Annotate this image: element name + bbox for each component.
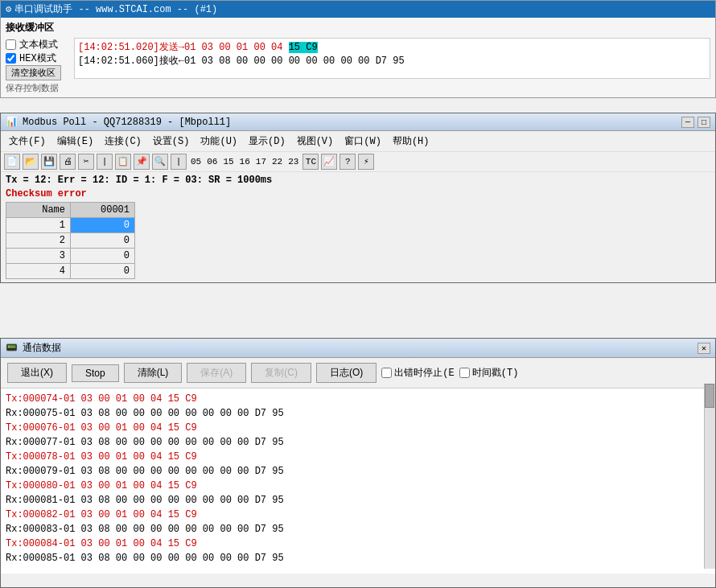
toolbar-label-06: 06: [205, 157, 219, 167]
scrollbar-thumb[interactable]: [705, 384, 714, 408]
serial-titlebar: ⚙ 串口调试助手 -- www.STCAI.com -- (#1): [1, 1, 715, 18]
toolbar-save[interactable]: 💾: [41, 154, 57, 170]
timestamp-label: 时间戳(T): [472, 366, 519, 380]
modbus-error: Checksum error: [1, 188, 715, 202]
toolbar-label-17: 17: [254, 157, 268, 167]
list-item: Tx:000080-01 03 00 01 00 04 15 C9: [6, 479, 710, 493]
error-stop-label: 出错时停止(E: [394, 366, 454, 380]
comm-titlebar-left: 📟 通信数据: [6, 341, 61, 355]
menu-edit[interactable]: 编辑(E): [52, 133, 99, 150]
serial-title-text: 串口调试助手 -- www.STCAI.com -- (#1): [14, 2, 217, 16]
row-4-index: 4: [6, 264, 71, 279]
clear-recv-button[interactable]: 清空接收区: [6, 65, 61, 80]
toolbar-chart[interactable]: 📈: [321, 154, 337, 170]
menu-window[interactable]: 窗口(W): [339, 133, 386, 150]
hex-mode-checkbox[interactable]: [6, 53, 16, 64]
table-header-00001: 00001: [71, 203, 135, 218]
minimize-button[interactable]: ─: [681, 117, 694, 128]
list-item: Rx:000077-01 03 08 00 00 00 00 00 00 00 …: [6, 435, 710, 450]
list-item: Rx:000075-01 03 08 00 00 00 00 00 00 00 …: [6, 406, 710, 421]
toolbar-open[interactable]: 📂: [23, 154, 39, 170]
error-stop-checkbox-row: 出错时停止(E: [381, 366, 454, 380]
list-item: Tx:000076-01 03 00 01 00 04 15 C9: [6, 421, 710, 435]
log-recv-text: [14:02:51.060]接收←01 03 08 00 00 00 00 00…: [78, 56, 405, 67]
toolbar-tc[interactable]: TC: [302, 154, 319, 170]
menu-file[interactable]: 文件(F): [4, 133, 51, 150]
serial-log: [14:02:51.020]发送→01 03 00 01 00 04 15 C9…: [74, 38, 710, 79]
menu-view[interactable]: 视图(V): [292, 133, 339, 150]
timestamp-checkbox-row: 时间戳(T): [459, 366, 519, 380]
row-1-value: 0: [71, 218, 135, 233]
modbus-toolbar: 📄 📂 💾 🖨 ✂ | 📋 📌 🔍 | 05 06 15 16 17 22 23…: [1, 152, 715, 172]
menu-display[interactable]: 显示(D): [244, 133, 290, 150]
modbus-title-icon: 📊: [6, 116, 18, 128]
row-1-index: 1: [6, 218, 71, 233]
toolbar-print[interactable]: 🖨: [60, 154, 76, 170]
text-mode-label: 文本模式: [19, 38, 58, 51]
toolbar-extra[interactable]: ⚡: [358, 154, 374, 170]
serial-title-icon: ⚙: [6, 3, 11, 15]
modbus-menubar: 文件(F) 编辑(E) 连接(C) 设置(S) 功能(U) 显示(D) 视图(V…: [1, 131, 715, 152]
modbus-titlebar-controls: ─ □: [681, 117, 710, 128]
row-3-value: 0: [71, 249, 135, 264]
modbus-title-text: Modbus Poll - QQ71288319 - [Mbpoll1]: [23, 117, 231, 128]
toolbar-cut[interactable]: ✂: [78, 154, 94, 170]
log-button[interactable]: 日志(O): [316, 363, 377, 383]
modbus-titlebar: 📊 Modbus Poll - QQ71288319 - [Mbpoll1] ─…: [1, 113, 715, 131]
table-row[interactable]: 4 0: [6, 264, 135, 279]
toolbar-label-23: 23: [286, 157, 300, 167]
maximize-button[interactable]: □: [697, 117, 710, 128]
menu-connect[interactable]: 连接(C): [100, 133, 146, 150]
toolbar-search[interactable]: 🔍: [152, 154, 168, 170]
serial-debug-window: ⚙ 串口调试助手 -- www.STCAI.com -- (#1) 接收缓冲区 …: [0, 0, 716, 98]
table-row[interactable]: 2 0: [6, 233, 135, 249]
toolbar-paste[interactable]: 📌: [134, 154, 150, 170]
toolbar-label-16: 16: [238, 157, 252, 167]
scrollbar[interactable]: [704, 384, 715, 569]
comm-titlebar: 📟 通信数据 ✕: [1, 339, 715, 358]
list-item: Rx:000083-01 03 08 00 00 00 00 00 00 00 …: [6, 522, 710, 537]
row-2-value: 0: [71, 233, 135, 249]
serial-checkboxes: 文本模式 HEX模式 清空接收区: [6, 38, 61, 80]
serial-section-title: 接收缓冲区: [6, 21, 710, 35]
modbus-status: Tx = 12: Err = 12: ID = 1: F = 03: SR = …: [1, 172, 715, 188]
toolbar-info[interactable]: ?: [339, 154, 356, 170]
error-stop-checkbox[interactable]: [381, 368, 392, 378]
log-send-prefix: [14:02:51.020]发送→01 03 00 01 00 04: [78, 42, 289, 53]
list-item: Rx:000081-01 03 08 00 00 00 00 00 00 00 …: [6, 493, 710, 508]
list-item: Tx:000078-01 03 00 01 00 04 15 C9: [6, 450, 710, 464]
toolbar-new[interactable]: 📄: [4, 154, 20, 170]
menu-help[interactable]: 帮助(H): [388, 133, 434, 150]
modbus-titlebar-left: 📊 Modbus Poll - QQ71288319 - [Mbpoll1]: [6, 116, 231, 128]
comm-close-button[interactable]: ✕: [697, 343, 710, 354]
toolbar-separator1: |: [97, 154, 113, 170]
hex-mode-row: HEX模式: [6, 51, 61, 65]
toolbar-copy[interactable]: 📋: [115, 154, 131, 170]
menu-function[interactable]: 功能(U): [195, 133, 242, 150]
table-header-name: Name: [6, 203, 71, 218]
save-button[interactable]: 保存(A): [187, 363, 246, 383]
log-recv-line: [14:02:51.060]接收←01 03 08 00 00 00 00 00…: [78, 54, 706, 68]
comm-data-window: 📟 通信数据 ✕ 退出(X) Stop 清除(L) 保存(A) 复制(C) 日志…: [0, 338, 716, 588]
table-row[interactable]: 3 0: [6, 249, 135, 264]
exit-button[interactable]: 退出(X): [7, 363, 67, 383]
clear-button[interactable]: 清除(L): [124, 363, 183, 383]
timestamp-checkbox[interactable]: [459, 368, 470, 378]
text-mode-checkbox[interactable]: [6, 39, 16, 50]
serial-other-label: 保存控制数据: [6, 82, 710, 94]
toolbar-label-15: 15: [221, 157, 235, 167]
serial-body: 接收缓冲区 文本模式 HEX模式 清空接收区 [14:02:51.020]发送→…: [1, 18, 715, 97]
menu-settings[interactable]: 设置(S): [148, 133, 195, 150]
comm-title-text: 通信数据: [23, 341, 61, 355]
list-item: Rx:000079-01 03 08 00 00 00 00 00 00 00 …: [6, 464, 710, 479]
table-row[interactable]: 1 0: [6, 218, 135, 233]
list-item: Tx:000074-01 03 00 01 00 04 15 C9: [6, 392, 710, 406]
comm-log[interactable]: Tx:000074-01 03 00 01 00 04 15 C9Rx:0000…: [1, 389, 715, 574]
copy-button[interactable]: 复制(C): [251, 363, 311, 383]
hex-mode-label: HEX模式: [19, 51, 56, 65]
toolbar-label-22: 22: [270, 157, 284, 167]
stop-button[interactable]: Stop: [72, 364, 119, 382]
modbus-data-table: Name 00001 1 0 2 0 3 0 4 0: [6, 202, 135, 279]
row-4-value: 0: [71, 264, 135, 279]
list-item: Tx:000082-01 03 00 01 00 04 15 C9: [6, 508, 710, 522]
